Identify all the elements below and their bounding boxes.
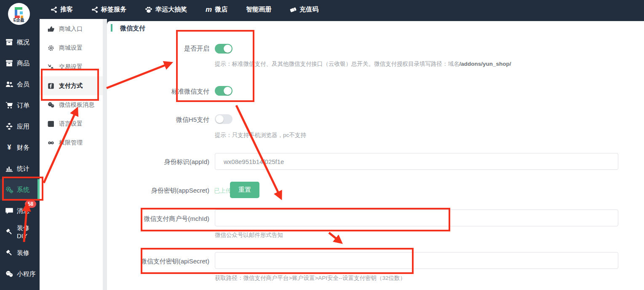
sidebar-item-orders[interactable]: 订单 [0,95,40,116]
sidebar: 概况 商品 会员 订单 应用 ¥ 财务 统计 系统 [0,19,40,290]
wechat-icon [48,102,54,108]
topnav-item-tag-service[interactable]: 标签服务 [91,5,126,13]
mchid-input[interactable] [215,209,618,226]
sidebar-item-apps[interactable]: 应用 [0,116,40,137]
sidebar-item-goods[interactable]: 商品 [0,53,40,74]
submenu-item-label: 商城入口 [59,25,83,33]
sidebar-item-label: 订单 [17,102,29,110]
enable-toggle[interactable] [215,44,232,54]
submenu-item-label: 微信模板消息 [59,101,94,109]
sidebar-item-mini-program[interactable]: 小程序 [0,263,40,285]
mask-icon [48,140,54,146]
submenu-item-shop-settings[interactable]: 商城设置 [40,38,103,57]
sidebar-item-decorate[interactable]: 装修 [0,242,40,263]
topnav-item-lucky-draw[interactable]: 幸运大抽奖 [145,5,187,13]
reset-button[interactable]: 重置 [230,182,259,198]
standard-pay-toggle[interactable] [215,86,232,96]
submenu-item-label: 交易设置 [59,63,83,71]
app-logo[interactable]: E企盈 [8,3,30,25]
sidebar-item-members[interactable]: 会员 [0,74,40,95]
topnav-label: 推客 [60,5,73,13]
submenu-item-shop-entry[interactable]: 商城入口 [40,19,103,38]
appsecret-label: 身份密钥(appSecret) [100,187,209,195]
system-submenu: 商城入口 商城设置 交易设置 支付方式 微信模板消息 语言设置 权限管理 [40,19,103,290]
enable-label: 是否开启 [100,45,209,53]
enable-hint-path: /addons/yun_shop/ [460,61,511,67]
sidebar-item-label: 会员 [17,81,29,89]
submenu-item-wechat-template-msg[interactable]: 微信模板消息 [40,95,103,114]
h5-pay-label: 微信H5支付 [100,116,209,124]
share-icon [51,6,57,13]
apisecret-input[interactable] [215,252,618,269]
sidebar-item-overview[interactable]: 概况 [0,32,40,53]
cubes-icon [5,123,13,130]
sidebar-item-label: 装修DIY [17,224,40,239]
sidebar-item-label: 应用 [17,123,29,131]
users-icon [5,81,13,88]
apisecret-label: 微信支付密钥(apiSecret) [100,258,209,266]
admin-page: 推客 标签服务 幸运大抽奖 m 微店 智能画册 [0,0,644,290]
archive-icon [5,38,13,46]
topnav-item-recharge-code[interactable]: 充值码 [290,5,318,13]
yen-icon: ¥ [5,144,13,151]
appid-label: 身份标识(appId) [100,158,209,166]
mchid-label: 微信支付商户号(mchId) [100,215,209,223]
submenu-item-permissions[interactable]: 权限管理 [40,133,103,152]
h5-pay-toggle[interactable] [215,114,232,124]
submenu-item-trade-settings[interactable]: 交易设置 [40,57,103,76]
topnav-label: 幸运大抽奖 [155,5,187,13]
cart-icon [5,102,13,109]
paw-icon [145,6,152,13]
sidebar-item-finance[interactable]: ¥ 财务 [0,137,40,158]
sidebar-item-label: 装修 [17,249,29,257]
archive-icon [5,59,13,67]
enable-hint-text: 提示：标准微信支付、及其他微信支付接口（云收银）总开关。微信支付授权目录填写路径… [215,61,460,67]
topnav-item-smart-album[interactable]: 智能画册 [246,5,271,13]
topnav-label: 智能画册 [246,5,271,13]
submenu-item-payment-methods[interactable]: 支付方式 [40,76,103,95]
sidebar-item-label: 商品 [17,59,29,67]
compress-arrows-icon [48,64,54,70]
sidebar-item-statistics[interactable]: 统计 [0,158,40,179]
toggle-knob [224,45,232,53]
m-icon: m [206,5,212,14]
gavel-icon [5,228,13,236]
gears-icon [5,186,13,193]
apisecret-hint: 获取路径：微信支付商户平台>账户设置>API安全--设置支付密钥（32位数） [215,274,406,282]
sidebar-item-label: 小程序 [17,270,36,278]
sidebar-item-label: 概况 [17,38,29,46]
book-icon [48,121,54,127]
ticket-icon [290,6,297,13]
section-title-bar [111,24,112,32]
sidebar-item-decorate-diy[interactable]: 装修DIY [0,221,40,242]
page-title: 微信支付 [120,24,145,32]
mchid-hint: 微信公众号以邮件形式告知 [215,231,283,239]
scroll-gutter[interactable] [103,19,107,290]
h5-pay-hint: 提示：只支持手机浏览器，pc不支持 [215,132,306,139]
toggle-knob [224,87,232,95]
topnav-label: 微店 [215,5,227,13]
submenu-item-label: 商城设置 [59,44,83,52]
toggle-knob [216,115,224,123]
gear-icon [48,45,54,51]
sidebar-item-system[interactable]: 系统 [0,179,40,200]
messages-count-badge: 58 [24,199,37,209]
topnav-item-tuike[interactable]: 推客 [51,5,73,13]
sidebar-item-label: 统计 [17,165,29,173]
topnav-item-weidian[interactable]: m 微店 [206,5,227,14]
enable-hint: 提示：标准微信支付、及其他微信支付接口（云收银）总开关。微信支付授权目录填写路径… [215,60,511,68]
topbar: 推客 标签服务 幸运大抽奖 m 微店 智能画册 [0,0,644,19]
wechat-icon [5,270,13,278]
sidebar-item-label: 系统 [17,186,29,194]
appid-input[interactable] [215,153,618,170]
submenu-item-label: 权限管理 [59,139,83,147]
submenu-item-language-settings[interactable]: 语言设置 [40,114,103,133]
standard-pay-label: 标准微信支付 [100,88,209,96]
topnav-label: 标签服务 [101,5,126,13]
share-icon [91,6,98,13]
gavel-icon [5,249,13,257]
comment-icon [5,207,13,215]
submenu-item-label: 支付方式 [59,82,83,90]
top-navigation: 推客 标签服务 幸运大抽奖 m 微店 智能画册 [51,0,318,19]
f-square-icon [48,83,54,89]
